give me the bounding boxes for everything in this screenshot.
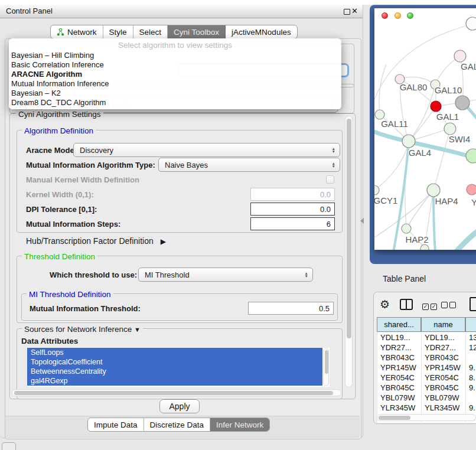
network-edge-highlight[interactable]	[450, 223, 476, 250]
network-node[interactable]	[420, 244, 429, 250]
tab-network[interactable]: Network	[51, 25, 103, 38]
network-node[interactable]	[375, 110, 384, 119]
kernel-width-field[interactable]: 0.0	[250, 188, 335, 201]
network-node[interactable]	[466, 149, 476, 163]
algorithm-option[interactable]: Bayesian – Hill Climbing	[11, 51, 336, 60]
table-cell[interactable]: YBR045C	[377, 383, 421, 393]
network-node[interactable]	[467, 184, 476, 195]
mi-threshold-field[interactable]: 0.5	[248, 302, 334, 315]
table-cell[interactable]: YDR27...	[377, 343, 421, 353]
network-canvas[interactable]: GALGAL80GAL10GAL1GAL11SWI4GAL4GCY1HAP4YH…	[374, 8, 476, 250]
table-cell[interactable]: YER054C	[377, 373, 421, 383]
columns-icon[interactable]	[400, 299, 413, 310]
network-edge[interactable]	[379, 64, 386, 115]
settings-vscrollbar-thumb[interactable]	[347, 119, 351, 338]
network-node[interactable]	[402, 135, 415, 148]
hide-all-columns-icon[interactable]	[441, 301, 458, 310]
table-cell[interactable]: 8.	[465, 373, 476, 383]
network-edge-highlight[interactable]	[467, 106, 476, 133]
table-hscrollbar[interactable]	[377, 414, 476, 421]
table-cell[interactable]: 12	[465, 343, 476, 353]
aracne-mode-combobox[interactable]: Discovery ▲▼	[73, 143, 340, 157]
gear-icon[interactable]: ⚙	[380, 298, 390, 311]
combo-arrows-icon: ▲▼	[332, 162, 335, 168]
algorithm-option[interactable]: Mutual Information Inference	[11, 79, 336, 89]
attribute-item[interactable]: TopologicalCoefficient	[27, 357, 322, 367]
corner-widget-icon[interactable]	[2, 442, 16, 450]
mi-algorithm-type-combobox[interactable]: Naive Bayes ▲▼	[158, 158, 340, 172]
table-cell[interactable]: YDR27...	[421, 343, 465, 353]
table-cell[interactable]: 9.	[465, 363, 476, 373]
aracne-mode-label: Aracne Mode:	[26, 146, 77, 155]
bottom-tab-discretize-data[interactable]: Discretize Data	[144, 418, 211, 431]
network-node[interactable]	[402, 224, 411, 233]
sources-title[interactable]: Sources for Network Inference ▼	[22, 325, 143, 334]
network-graph[interactable]: GALGAL80GAL10GAL1GAL11SWI4GAL4GCY1HAP4YH…	[374, 8, 476, 250]
settings-vscrollbar[interactable]	[345, 116, 353, 387]
table-cell[interactable]: 9.	[465, 383, 476, 393]
network-node[interactable]	[427, 184, 440, 197]
manual-kernel-width-checkbox[interactable]	[326, 175, 334, 184]
attribute-item[interactable]: gal4RGexp	[27, 376, 322, 386]
tab-select[interactable]: Select	[133, 25, 168, 38]
dpi-tolerance-field[interactable]: 0.0	[250, 203, 335, 216]
table-cell[interactable]: 9.	[465, 403, 476, 413]
control-panel-titlebar: Control Panel ✕	[0, 5, 363, 18]
settings-hscrollbar[interactable]	[12, 389, 341, 396]
combo-arrows-icon: ▲▼	[332, 147, 335, 153]
panel-splitter-handle[interactable]	[360, 218, 364, 224]
algorithm-option[interactable]: Bayesian – K2	[11, 89, 336, 98]
attribute-item[interactable]: SelfLoops	[27, 348, 322, 357]
which-threshold-combobox[interactable]: MI Threshold ▲▼	[138, 268, 313, 282]
bottom-tab-impute-data[interactable]: Impute Data	[88, 418, 144, 431]
close-icon[interactable]: ✕	[351, 6, 358, 16]
attributes-list-scrollbar[interactable]	[323, 348, 329, 386]
show-all-columns-icon[interactable]: ✓✓	[422, 301, 439, 310]
tab-style[interactable]: Style	[103, 25, 133, 38]
hub-definition-expander[interactable]: Hub/Transcription Factor Definition ▶	[26, 236, 166, 246]
network-edge[interactable]	[433, 130, 450, 190]
network-node[interactable]	[444, 123, 456, 135]
apply-button[interactable]: Apply	[159, 399, 200, 413]
mi-steps-field[interactable]: 6	[250, 217, 335, 230]
attributes-scrollbar-thumb[interactable]	[325, 350, 328, 374]
table-cell[interactable]: YDL19...	[421, 332, 465, 343]
bottom-tab-infer-network[interactable]: Infer Network	[210, 418, 269, 431]
table-cell[interactable]: 13	[465, 332, 476, 343]
table-cell[interactable]	[465, 393, 476, 403]
table-cell[interactable]: YLR345W	[421, 403, 465, 413]
table-cell[interactable]: YER054C	[421, 373, 465, 383]
float-window-icon[interactable]	[344, 9, 350, 15]
settings-hscrollbar-thumb[interactable]	[14, 391, 333, 395]
network-node[interactable]	[455, 96, 470, 110]
table-cell[interactable]: YBL079W	[421, 393, 465, 403]
table-hscrollbar-thumb[interactable]	[379, 416, 410, 420]
network-node[interactable]	[466, 17, 476, 30]
network-edge[interactable]	[406, 190, 433, 229]
table-cell[interactable]: YBL079W	[377, 393, 421, 403]
function-builder-icon[interactable]	[470, 297, 476, 311]
network-node-label: GAL10	[435, 85, 462, 95]
table-header-cell[interactable]	[465, 317, 476, 332]
table-panel-title: Table Panel	[383, 274, 426, 283]
table-header-cell[interactable]: name	[421, 317, 465, 332]
algorithm-option[interactable]: Basic Correlation Inference	[11, 60, 336, 70]
table-cell[interactable]: YPR145W	[377, 363, 421, 373]
tab-cyni-toolbox[interactable]: Cyni Toolbox	[168, 25, 226, 38]
data-attributes-list[interactable]: SelfLoopsTopologicalCoefficientBetweenne…	[27, 348, 330, 387]
attribute-item[interactable]: BetweennessCentrality	[27, 367, 322, 376]
algorithm-popup-prompt: Select algorithm to view settings	[9, 41, 341, 50]
tab-jactivemnodules[interactable]: jActiveMNodules	[226, 25, 297, 38]
table-cell[interactable]: YBR043C	[377, 353, 421, 363]
table-cell[interactable]: YBR045C	[421, 383, 465, 393]
table-cell[interactable]	[465, 353, 476, 363]
table-cell[interactable]: YLR345W	[377, 403, 421, 413]
algorithm-option[interactable]: ARACNE Algorithm	[11, 70, 336, 79]
network-node[interactable]	[431, 101, 441, 112]
table-cell[interactable]: YPR145W	[421, 363, 465, 373]
table-cell[interactable]: YDL19...	[377, 332, 421, 343]
network-node[interactable]	[454, 50, 466, 62]
table-header-cell[interactable]: shared...	[377, 317, 421, 332]
algorithm-option[interactable]: Dream8 DC_TDC Algorithm	[11, 98, 336, 107]
table-cell[interactable]: YBR043C	[421, 353, 465, 363]
